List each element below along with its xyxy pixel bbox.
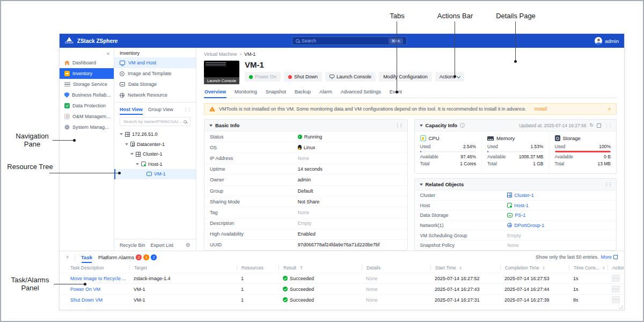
info-row: Snapshot Policy None <box>415 240 617 250</box>
annotation-dot <box>514 60 517 63</box>
inventory-item-vm-and-host[interactable]: VM and Host <box>114 57 196 68</box>
table-row[interactable]: Shut Down VM VM-1 1 Succeeded None 2025-… <box>60 294 624 305</box>
nav-collapse-icon[interactable] <box>60 49 114 57</box>
row-actions-button[interactable]: ··· <box>612 296 620 303</box>
export-list-link[interactable]: Export List <box>151 243 174 248</box>
task-description-link[interactable]: Power On VM <box>60 287 129 292</box>
chevron-down-icon[interactable] <box>120 133 123 135</box>
sidebar-item-label: O&M Managem... <box>72 114 111 119</box>
tab-backup[interactable]: Backup <box>294 89 311 98</box>
drag-handle-icon[interactable] <box>396 123 402 128</box>
inventory-item-network-resource[interactable]: Network Resource <box>114 90 196 100</box>
basic-info-header[interactable]: Basic Info <box>204 120 407 131</box>
annotation-dot <box>453 75 456 78</box>
collapse-panel-icon[interactable] <box>65 255 70 258</box>
info-row: Description Empty <box>204 218 407 229</box>
sidebar-item-data-protection[interactable]: Data Protection <box>60 100 114 111</box>
modify-configuration-button[interactable]: Modify Configuration <box>379 72 432 82</box>
memory-progress-bar <box>487 151 544 152</box>
external-link-icon[interactable] <box>597 123 601 128</box>
tree-node-host[interactable]: Host-1 <box>114 159 196 170</box>
row-actions-button[interactable]: ··· <box>612 275 620 282</box>
sidebar-item-storage-service[interactable]: Storage Service <box>60 79 114 90</box>
memory-icon <box>487 136 494 141</box>
refresh-icon[interactable] <box>589 123 594 128</box>
chevron-down-icon[interactable] <box>130 153 134 155</box>
global-search-input[interactable] <box>302 38 386 43</box>
drag-handle-icon[interactable] <box>604 123 611 128</box>
recycle-bin-link[interactable]: Recycle Bin <box>120 243 145 248</box>
power-on-button[interactable]: Power On <box>245 72 281 82</box>
sidebar-item-business-reliability[interactable]: Business Reliab... <box>60 90 114 100</box>
tab-platform-alarms[interactable]: Platform Alarms 2 1 2 <box>98 251 157 263</box>
datastore-link[interactable]: PS-1 <box>507 213 525 218</box>
tab-host-view[interactable]: Host View <box>120 104 143 115</box>
info-row: High Availability Enabled <box>204 229 407 240</box>
related-objects-header[interactable]: Related Objects <box>415 179 617 191</box>
annotation-actions-bar-label: Actions Bar <box>431 12 479 20</box>
capacity-info-header[interactable]: Capacity Info Updated at: 2025-07-14 16:… <box>415 120 617 131</box>
tab-advanced-settings[interactable]: Advanced Settings <box>340 89 382 98</box>
annotation-resource-tree-label: Resource Tree <box>6 163 54 171</box>
launch-console-overlay[interactable]: Launch Console <box>204 77 239 84</box>
tab-task[interactable]: Task <box>81 251 92 263</box>
user-menu[interactable]: admin <box>595 37 619 45</box>
task-description-link[interactable]: Move Image to Recycle ... <box>60 276 129 281</box>
breadcrumb-parent[interactable]: Virtual Machine <box>204 52 237 57</box>
more-link[interactable]: More <box>601 254 618 260</box>
info-row: Owner admin <box>204 175 407 186</box>
drag-handle-icon[interactable] <box>604 182 611 187</box>
app-body: Dashboard Inventory Storage Service Busi… <box>60 48 624 251</box>
tab-overview[interactable]: Overview <box>204 89 226 98</box>
table-row[interactable]: Move Image to Recycle ... zstack-image-1… <box>60 273 624 283</box>
cluster-link[interactable]: Cluster-1 <box>507 193 534 198</box>
sidebar-item-inventory[interactable]: Inventory <box>60 68 114 79</box>
chevron-down-icon[interactable] <box>136 163 139 165</box>
tab-monitoring[interactable]: Monitoring <box>234 89 258 98</box>
info-row: Data Storage PS-1 <box>415 210 617 221</box>
table-row[interactable]: Power On VM VM-1 1 Succeeded None 2025-0… <box>60 283 624 294</box>
cpu-meter: CPU Used2.54% Available97.46% Total1 Cor… <box>415 131 482 173</box>
tab-group-view[interactable]: Group View <box>148 104 173 115</box>
sort-icon[interactable] <box>459 266 462 270</box>
view-settings-icon[interactable] <box>184 107 191 112</box>
inventory-item-data-storage[interactable]: Data Storage <box>114 79 196 90</box>
filter-icon[interactable] <box>299 266 303 270</box>
col-time-consumed[interactable]: Time Cons... <box>569 265 608 270</box>
row-actions-button[interactable]: ··· <box>612 286 620 292</box>
sort-icon[interactable] <box>543 266 545 270</box>
col-start-time[interactable]: Start Time <box>430 265 500 270</box>
sidebar-item-system-management[interactable]: System Manag... <box>60 122 114 133</box>
inventory-item-image-template[interactable]: Image and Template <box>114 68 196 79</box>
shut-down-button[interactable]: Shut Down <box>284 72 322 82</box>
console-thumbnail[interactable]: Launch Console <box>204 61 239 84</box>
tree-node-vm[interactable]: VM-1 <box>114 169 196 179</box>
col-completion-time[interactable]: Completion Time <box>500 265 569 270</box>
collapse-caret-icon[interactable] <box>420 184 423 186</box>
close-icon[interactable] <box>608 106 611 112</box>
tree-search-input[interactable] <box>123 119 181 124</box>
install-link[interactable]: Install <box>535 106 547 112</box>
task-description-link[interactable]: Shut Down VM <box>60 297 129 303</box>
tree-node-vcenter[interactable]: 172.26.51.0 <box>114 129 196 140</box>
col-result[interactable]: Result <box>279 265 362 270</box>
host-link[interactable]: Host-1 <box>507 203 529 208</box>
tree-node-cluster[interactable]: Cluster-1 <box>114 149 196 159</box>
major-alarm-badge: 1 <box>143 254 149 260</box>
sidebar-item-dashboard[interactable]: Dashboard <box>60 57 114 68</box>
tab-alarm[interactable]: Alarm <box>319 89 333 98</box>
launch-console-button[interactable]: Launch Console <box>325 72 376 82</box>
resize-handle-icon[interactable] <box>619 305 623 309</box>
collapse-caret-icon[interactable] <box>420 125 423 127</box>
tab-snapshot[interactable]: Snapshot <box>265 89 287 98</box>
gear-icon[interactable] <box>186 243 191 248</box>
actions-dropdown-button[interactable]: Actions <box>435 72 465 82</box>
collapse-caret-icon[interactable] <box>209 125 213 127</box>
tree-node-datacenter[interactable]: Datacenter-1 <box>114 140 196 150</box>
sort-icon[interactable] <box>603 266 605 270</box>
global-search[interactable]: ⌘+K <box>292 36 407 45</box>
sidebar-item-om-management[interactable]: O&M Managem... <box>60 111 114 122</box>
network-link[interactable]: DPortGroup-1 <box>507 223 544 228</box>
tree-search[interactable] <box>120 117 191 126</box>
chevron-down-icon[interactable] <box>125 143 128 145</box>
